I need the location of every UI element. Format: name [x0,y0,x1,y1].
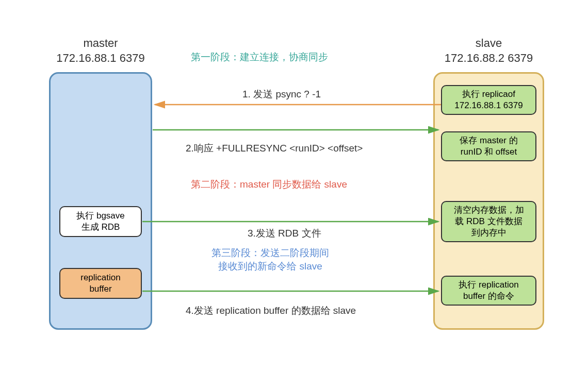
step3-label: 3.发送 RDB 文件 [248,227,321,240]
replication-buffer-box: replication buffer [59,268,142,299]
slave-box-load-rdb: 清空内存数据，加 载 RDB 文件数据 到内存中 [441,201,536,242]
slave-exec-repl-text: 执行 replication buffer 的命令 [459,279,518,302]
stage3-line1: 第三阶段：发送二阶段期间 [211,247,329,258]
step2-label: 2.响应 +FULLRESYNC <runID> <offset> [186,142,363,155]
stage1-label: 第一阶段：建立连接，协商同步 [191,50,328,64]
slave-box-replicaof: 执行 replicaof 172.16.88.1 6379 [441,85,536,115]
master-title: master 172.16.88.1 6379 [49,36,152,65]
stage3-label: 第三阶段：发送二阶段期间 接收到的新命令给 slave [211,246,329,273]
slave-box-exec-repl: 执行 replication buffer 的命令 [441,276,536,306]
step4-label: 4.发送 replication buffer 的数据给 slave [186,304,356,317]
master-title-line1: master [83,37,118,49]
slave-title-line1: slave [476,37,502,49]
stage3-line2: 接收到的新命令给 slave [218,261,322,272]
replication-buffer-text: replication buffer [80,272,121,295]
slave-replicaof-text: 执行 replicaof 172.16.88.1 6379 [454,89,522,111]
slave-load-rdb-text: 清空内存数据，加 载 RDB 文件数据 到内存中 [454,205,524,239]
slave-box-save-runid: 保存 master 的 runID 和 offset [441,131,536,161]
stage2-label: 第二阶段：master 同步数据给 slave [191,178,347,191]
slave-title-line2: 172.16.88.2 6379 [445,52,533,64]
bgsave-text: 执行 bgsave 生成 RDB [76,210,125,233]
bgsave-box: 执行 bgsave 生成 RDB [59,206,142,237]
slave-title: slave 172.16.88.2 6379 [433,36,544,65]
slave-save-runid-text: 保存 master 的 runID 和 offset [460,135,517,158]
step1-label: 1. 发送 psync ? -1 [242,88,321,101]
master-title-line2: 172.16.88.1 6379 [56,52,144,64]
